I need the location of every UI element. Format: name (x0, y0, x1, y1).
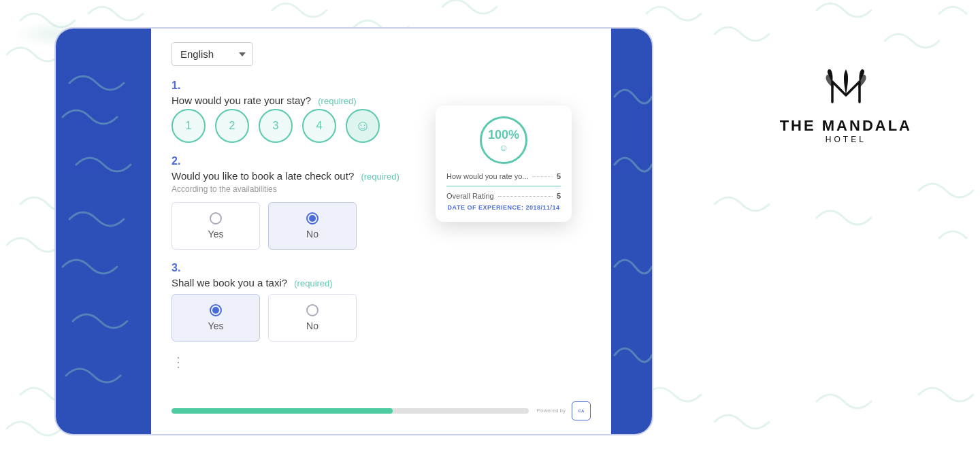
question-3-no-option[interactable]: No (268, 294, 357, 342)
percentage-circle: 100% ☺ (480, 116, 527, 164)
hotel-name: THE MANDALA (780, 117, 912, 135)
right-decorative-strip (611, 29, 652, 434)
survey-content-area: English German French Spanish 1. How wou… (151, 29, 611, 434)
result-date: DATE OF EXPERIENCE: 2018/11/14 (446, 204, 561, 211)
rating-circle-4[interactable]: 4 (302, 109, 336, 143)
question-1-number: 1. (172, 80, 591, 92)
language-selector-container: English German French Spanish (172, 42, 591, 66)
result-row-1-score: 5 (557, 172, 561, 180)
rating-circle-3[interactable]: 3 (259, 109, 293, 143)
ca-logo-text: CA (578, 409, 585, 414)
progress-fill (172, 408, 393, 414)
powered-by: Powered by CA (537, 401, 591, 420)
percentage-smiley: ☺ (499, 142, 508, 153)
question-2-no-radio[interactable] (306, 212, 318, 225)
more-questions-indicator: ⋮ (172, 354, 591, 370)
result-row-1-dots (532, 176, 552, 177)
question-3-no-label: No (306, 320, 318, 331)
question-3-options: Yes No (172, 294, 591, 342)
question-3-yes-option[interactable]: Yes (172, 294, 260, 342)
result-overall-row: Overall Rating 5 (446, 192, 561, 200)
mandala-crown-icon (819, 68, 873, 109)
hotel-subtitle: HOTEL (780, 135, 912, 144)
rating-circle-1[interactable]: 1 (172, 109, 206, 143)
percentage-number: 100% (488, 128, 519, 142)
result-card: 100% ☺ How would you rate yo... 5 Overal… (436, 105, 572, 222)
question-2-required: (required) (361, 171, 399, 182)
survey-card: English German French Spanish 1. How wou… (54, 27, 653, 435)
result-row-1-label: How would you rate yo... (446, 172, 528, 180)
rating-circle-5[interactable]: ☺ (346, 109, 380, 143)
progress-bar (172, 408, 529, 414)
result-divider (446, 186, 561, 186)
question-3-text: Shall we book you a taxi? (required) (172, 277, 591, 288)
question-3-yes-radio[interactable] (210, 304, 222, 316)
left-decorative-strip (56, 29, 151, 434)
question-2-no-option[interactable]: No (268, 202, 357, 250)
progress-bar-container: Powered by CA (151, 401, 611, 420)
question-3-no-radio[interactable] (306, 304, 318, 316)
question-2-yes-label: Yes (208, 229, 224, 239)
hotel-logo-area: THE MANDALA HOTEL (780, 68, 912, 144)
question-2-yes-option[interactable]: Yes (172, 202, 260, 250)
question-3-section: 3. Shall we book you a taxi? (required) … (172, 262, 591, 342)
customer-alliance-logo: CA (572, 401, 591, 420)
question-3-required: (required) (294, 278, 332, 288)
question-2-no-label: No (306, 229, 318, 239)
powered-by-text: Powered by (537, 408, 566, 414)
question-1-text: How would you rate your stay? (required) (172, 95, 591, 106)
result-row-1: How would you rate yo... 5 (446, 172, 561, 180)
result-percentage-container: 100% ☺ (446, 116, 561, 164)
question-1-required: (required) (318, 96, 356, 106)
result-overall-dots (498, 196, 553, 197)
question-2-yes-radio[interactable] (210, 212, 222, 225)
question-3-number: 3. (172, 262, 591, 274)
rating-circle-2[interactable]: 2 (215, 109, 249, 143)
result-overall-label: Overall Rating (446, 192, 494, 200)
question-3-yes-label: Yes (208, 320, 224, 331)
result-overall-score: 5 (557, 192, 561, 200)
language-select[interactable]: English German French Spanish (172, 42, 253, 66)
